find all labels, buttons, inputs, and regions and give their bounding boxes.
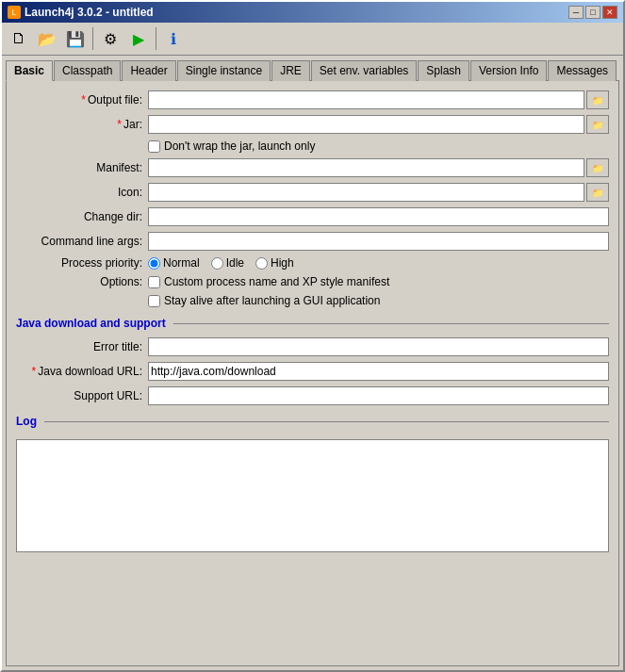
priority-high-label[interactable]: High: [255, 256, 294, 270]
priority-idle-radio[interactable]: [211, 257, 223, 270]
tab-single-instance[interactable]: Single instance: [177, 60, 271, 81]
java-download-input[interactable]: [148, 362, 609, 381]
icon-browse[interactable]: 📁: [586, 183, 609, 202]
cmd-args-row: Command line args:: [16, 232, 609, 251]
java-download-label: *Java download URL:: [16, 365, 148, 378]
dont-wrap-row: Don't wrap the jar, launch only: [148, 139, 609, 153]
new-button[interactable]: 🗋: [6, 25, 32, 52]
java-section-title: Java download and support: [16, 317, 166, 330]
priority-idle-label[interactable]: Idle: [211, 256, 244, 270]
change-dir-input[interactable]: [148, 207, 609, 226]
tabs-bar: Basic Classpath Header Single instance J…: [2, 56, 623, 80]
title-buttons: ─ □ ✕: [568, 6, 617, 19]
folder-icon-output: 📁: [592, 95, 603, 106]
folder-icon-manifest: 📁: [592, 163, 603, 173]
title-bar: L Launch4j 3.0.2 - untitled ─ □ ✕: [2, 2, 623, 23]
folder-icon-jar: 📁: [592, 120, 603, 130]
support-url-input[interactable]: [148, 386, 609, 405]
options-row: Options: Custom process name and XP styl…: [16, 275, 609, 288]
manifest-label: Manifest:: [16, 161, 148, 174]
jar-row: *Jar: 📁: [16, 115, 609, 134]
custom-process-label[interactable]: Custom process name and XP style manifes…: [164, 275, 389, 288]
error-title-label: Error title:: [16, 340, 148, 353]
error-title-input[interactable]: [148, 337, 609, 356]
tab-set-env[interactable]: Set env. variables: [311, 60, 418, 81]
required-star-output: *: [81, 93, 86, 107]
process-priority-label: Process priority:: [16, 256, 148, 270]
window-title: Launch4j 3.0.2 - untitled: [25, 6, 154, 19]
cmd-args-label: Command line args:: [16, 235, 148, 248]
log-section-line: [44, 421, 609, 422]
manifest-browse[interactable]: 📁: [586, 158, 609, 177]
error-title-row: Error title:: [16, 337, 609, 356]
log-textarea[interactable]: [16, 439, 609, 552]
stay-alive-row: Stay alive after launching a GUI applica…: [148, 294, 609, 307]
output-file-label: *Output file:: [16, 93, 148, 107]
options-label: Options:: [16, 275, 148, 288]
save-button[interactable]: 💾: [62, 25, 89, 52]
icon-input[interactable]: [148, 183, 584, 202]
icon-label: Icon:: [16, 186, 148, 199]
change-dir-row: Change dir:: [16, 207, 609, 226]
dont-wrap-checkbox[interactable]: [148, 140, 160, 153]
stay-alive-checkbox[interactable]: [148, 295, 160, 307]
run-button[interactable]: ▶: [125, 25, 152, 52]
tab-basic[interactable]: Basic: [6, 60, 53, 81]
log-section-title: Log: [16, 415, 37, 428]
priority-high-text: High: [271, 256, 294, 270]
toolbar-separator-2: [156, 27, 156, 50]
tab-splash[interactable]: Splash: [418, 60, 469, 81]
stay-alive-label[interactable]: Stay alive after launching a GUI applica…: [164, 294, 380, 307]
info-button[interactable]: ℹ: [160, 25, 187, 52]
open-button[interactable]: 📂: [34, 25, 60, 52]
java-section-line: [173, 323, 609, 324]
java-section-divider: Java download and support: [16, 317, 609, 330]
output-file-browse[interactable]: 📁: [586, 90, 609, 109]
app-icon: L: [8, 6, 21, 19]
priority-normal-radio[interactable]: [148, 257, 160, 270]
cmd-args-input[interactable]: [148, 232, 609, 251]
icon-row: Icon: 📁: [16, 183, 609, 202]
tab-header[interactable]: Header: [122, 60, 175, 81]
support-url-row: Support URL:: [16, 386, 609, 405]
jar-browse[interactable]: 📁: [586, 115, 609, 134]
toolbar-separator-1: [92, 27, 93, 50]
required-star-java: *: [32, 365, 37, 378]
java-download-row: *Java download URL:: [16, 362, 609, 381]
title-bar-left: L Launch4j 3.0.2 - untitled: [8, 6, 154, 19]
priority-high-radio[interactable]: [255, 257, 268, 270]
toolbar: 🗋 📂 💾 ⚙ ▶ ℹ: [2, 23, 623, 56]
content-area: *Output file: 📁 *Jar: 📁 Don't wrap the j…: [6, 80, 619, 666]
priority-radio-group: Normal Idle High: [148, 256, 294, 270]
output-file-input[interactable]: [148, 90, 584, 109]
folder-icon-icon: 📁: [592, 188, 603, 198]
jar-label: *Jar:: [16, 118, 148, 131]
output-file-row: *Output file: 📁: [16, 90, 609, 109]
priority-normal-label[interactable]: Normal: [148, 256, 200, 270]
tab-jre[interactable]: JRE: [271, 60, 310, 81]
custom-process-option: Custom process name and XP style manifes…: [148, 275, 389, 288]
close-button[interactable]: ✕: [602, 6, 617, 19]
manifest-input[interactable]: [148, 158, 584, 177]
maximize-button[interactable]: □: [585, 6, 600, 19]
tab-version-info[interactable]: Version Info: [470, 60, 547, 81]
dont-wrap-label[interactable]: Don't wrap the jar, launch only: [164, 139, 315, 153]
priority-normal-text: Normal: [163, 256, 200, 270]
manifest-row: Manifest: 📁: [16, 158, 609, 177]
tab-classpath[interactable]: Classpath: [54, 60, 121, 81]
tab-messages[interactable]: Messages: [548, 60, 617, 81]
main-window: L Launch4j 3.0.2 - untitled ─ □ ✕ 🗋 📂 💾 …: [0, 0, 625, 672]
minimize-button[interactable]: ─: [568, 6, 584, 19]
required-star-jar: *: [117, 118, 122, 131]
priority-idle-text: Idle: [226, 256, 244, 270]
change-dir-label: Change dir:: [16, 210, 148, 223]
settings-button[interactable]: ⚙: [97, 25, 123, 52]
log-section-divider: Log: [16, 415, 609, 428]
jar-input[interactable]: [148, 115, 584, 134]
custom-process-checkbox[interactable]: [148, 276, 160, 288]
process-priority-row: Process priority: Normal Idle High: [16, 256, 609, 270]
support-url-label: Support URL:: [16, 389, 148, 402]
